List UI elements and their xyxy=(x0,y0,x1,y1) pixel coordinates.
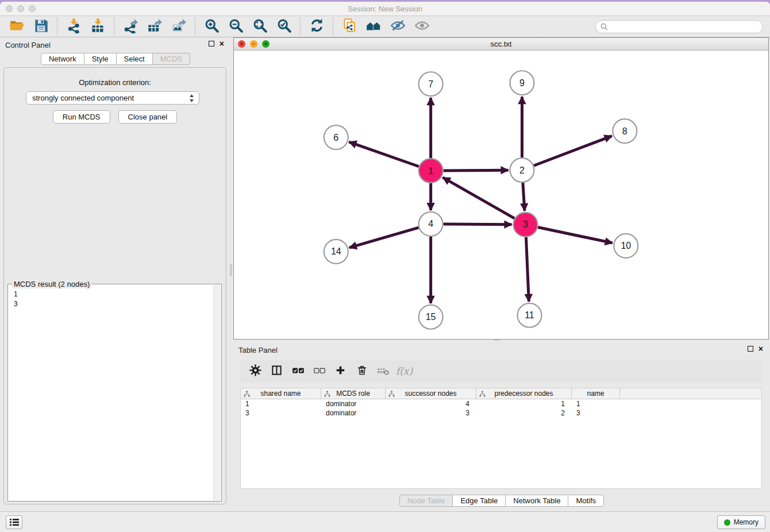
column-header-predecessor-nodes[interactable]: predecessor nodes xyxy=(476,388,572,399)
graph-edge-4-14[interactable] xyxy=(349,228,419,248)
tab-edge-table[interactable]: Edge Table xyxy=(453,495,506,507)
network-window-titlebar: × − + scc.txt xyxy=(234,38,768,51)
graph-node-8[interactable]: 8 xyxy=(613,119,637,143)
graph-node-11[interactable]: 11 xyxy=(517,303,541,327)
save-session-button[interactable] xyxy=(29,17,53,36)
graph-edge-2-8[interactable] xyxy=(534,136,612,166)
select-all-columns-button[interactable] xyxy=(287,362,309,380)
zoom-selected-button[interactable] xyxy=(272,17,296,36)
toolbar-separator xyxy=(300,18,301,35)
tab-style[interactable]: Style xyxy=(84,53,117,65)
graph-node-10[interactable]: 10 xyxy=(614,234,638,258)
minimize-window-icon[interactable] xyxy=(17,5,24,12)
graph-edge-2-3[interactable] xyxy=(523,183,525,211)
close-panel-button[interactable]: Close panel xyxy=(118,110,178,124)
graph-node-1[interactable]: 1 xyxy=(419,159,443,183)
network-canvas[interactable]: 7968124314101511 xyxy=(234,51,768,339)
column-header-shared-name[interactable]: shared name xyxy=(241,388,321,399)
graph-node-6[interactable]: 6 xyxy=(324,125,348,149)
cell-mcds-role[interactable]: dominator xyxy=(321,399,386,408)
graph-edge-1-2[interactable] xyxy=(444,170,509,171)
window-controls[interactable] xyxy=(6,5,36,12)
tab-network-table[interactable]: Network Table xyxy=(506,495,568,507)
cell-shared-name[interactable]: 3 xyxy=(241,408,321,418)
cell-name[interactable]: 1 xyxy=(572,399,620,408)
run-mcds-button[interactable]: Run MCDS xyxy=(53,110,110,124)
zoom-window-icon[interactable] xyxy=(29,5,36,12)
table-tabs: Node TableEdge TableNetwork TableMotifs xyxy=(233,495,770,507)
control-panel-title: Control Panel xyxy=(5,41,51,49)
import-network-button[interactable] xyxy=(61,17,86,36)
column-header-successor-nodes[interactable]: successor nodes xyxy=(386,388,476,399)
cell-shared-name[interactable]: 1 xyxy=(241,399,321,408)
cell-predecessor-nodes[interactable]: 1 xyxy=(476,399,572,408)
deselect-all-columns-button[interactable] xyxy=(309,362,330,380)
home-view-button[interactable] xyxy=(361,17,386,36)
criterion-select[interactable]: strongly connected component xyxy=(26,91,199,105)
column-header-name[interactable]: name xyxy=(572,388,620,399)
graph-edge-3-11[interactable] xyxy=(526,237,529,302)
graph-node-9[interactable]: 9 xyxy=(510,71,534,95)
add-column-button[interactable] xyxy=(330,362,351,380)
network-close-icon[interactable]: × xyxy=(238,40,245,48)
tab-motifs[interactable]: Motifs xyxy=(568,495,604,507)
export-table-button[interactable] xyxy=(143,17,167,36)
column-header-mcds-role[interactable]: MCDS role xyxy=(321,388,386,399)
close-window-icon[interactable] xyxy=(6,5,13,12)
cell-name[interactable]: 3 xyxy=(572,408,620,418)
zoom-fit-icon xyxy=(252,18,268,35)
result-line: 1 xyxy=(14,290,215,299)
float-table-panel-icon[interactable] xyxy=(748,346,753,352)
graph-node-15[interactable]: 15 xyxy=(419,305,443,329)
graph-edge-3-10[interactable] xyxy=(538,228,613,243)
export-network-icon xyxy=(123,18,138,35)
network-maximize-icon[interactable]: + xyxy=(262,40,270,48)
table-row[interactable]: 3dominator323 xyxy=(241,408,761,418)
zoom-selected-icon xyxy=(276,18,292,35)
result-scrollbar[interactable] xyxy=(213,285,221,500)
table-row[interactable]: 1dominator411 xyxy=(241,399,761,408)
graph-node-4[interactable]: 4 xyxy=(419,212,443,236)
float-panel-icon[interactable] xyxy=(209,41,214,47)
splitter-handle-vertical[interactable] xyxy=(230,264,232,276)
import-table-button[interactable] xyxy=(86,17,110,36)
graph-edge-4-3[interactable] xyxy=(444,224,512,225)
task-history-button[interactable] xyxy=(6,515,22,529)
graph-node-14[interactable]: 14 xyxy=(324,240,348,264)
select-all-columns-icon xyxy=(292,365,305,377)
zoom-out-button[interactable] xyxy=(224,17,248,36)
close-panel-icon[interactable]: × xyxy=(220,40,224,47)
search-input[interactable] xyxy=(608,21,763,32)
close-table-panel-icon[interactable]: × xyxy=(759,345,763,352)
cell-successor-nodes[interactable]: 4 xyxy=(386,399,476,408)
delete-column-button[interactable] xyxy=(351,362,372,380)
export-image-button[interactable] xyxy=(167,17,191,36)
tab-node-table[interactable]: Node Table xyxy=(399,495,453,507)
graph-node-2[interactable]: 2 xyxy=(510,158,534,182)
split-panel-button[interactable] xyxy=(266,362,287,380)
cell-mcds-role[interactable]: dominator xyxy=(321,408,386,418)
graph-edge-3-1[interactable] xyxy=(443,178,515,218)
open-session-button[interactable] xyxy=(5,17,29,36)
cell-predecessor-nodes[interactable]: 2 xyxy=(476,408,572,418)
cell-successor-nodes[interactable]: 3 xyxy=(386,408,476,418)
clone-network-button[interactable] xyxy=(337,17,361,36)
tab-mcds[interactable]: MCDS xyxy=(153,53,190,65)
memory-button[interactable]: Memory xyxy=(717,515,765,529)
table-panel: Table Panel × f(x) shared nameMCDS roles… xyxy=(233,342,770,511)
svg-text:1: 1 xyxy=(428,166,433,176)
graph-node-7[interactable]: 7 xyxy=(419,72,443,96)
hide-selected-button[interactable] xyxy=(386,17,410,36)
zoom-fit-button[interactable] xyxy=(248,17,272,36)
zoom-in-button[interactable] xyxy=(199,17,224,36)
tab-select[interactable]: Select xyxy=(117,53,153,65)
export-network-button[interactable] xyxy=(118,17,143,36)
refresh-view-button[interactable] xyxy=(305,17,329,36)
tab-network[interactable]: Network xyxy=(41,53,84,65)
graph-node-3[interactable]: 3 xyxy=(513,213,537,237)
table-settings-button[interactable] xyxy=(245,362,266,380)
function-builder-button: f(x) xyxy=(394,362,415,380)
network-minimize-icon[interactable]: − xyxy=(250,40,257,48)
graph-edge-1-6[interactable] xyxy=(349,142,418,167)
table-panel-title: Table Panel xyxy=(238,346,278,354)
